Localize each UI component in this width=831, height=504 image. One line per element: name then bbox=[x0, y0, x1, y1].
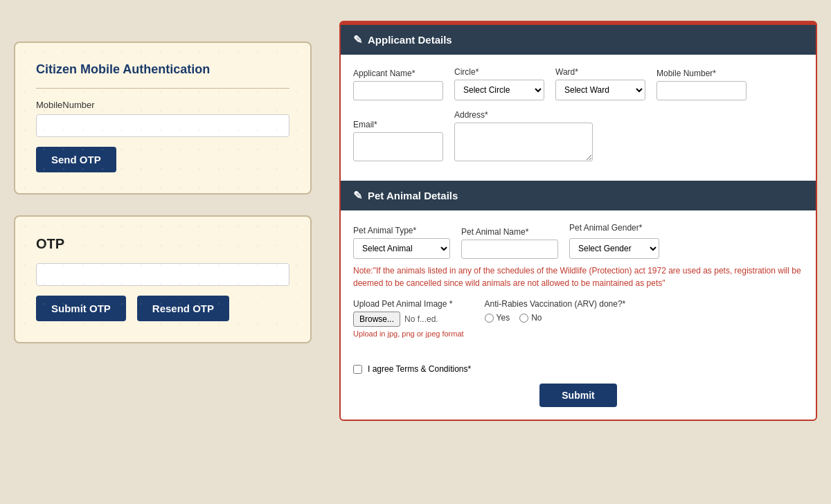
applicant-edit-icon: ✎ bbox=[353, 33, 362, 46]
pet-section-body: Pet Animal Type* Select Animal Dog Cat R… bbox=[341, 210, 816, 357]
auth-card-title: Citizen Mobile Authentication bbox=[36, 62, 289, 77]
email-group: Email* bbox=[353, 120, 443, 161]
applicant-section-header: ✎ Applicant Details bbox=[341, 25, 816, 55]
upload-hint: Upload in jpg, png or jpeg format bbox=[353, 330, 464, 338]
right-panel: ✎ Applicant Details Applicant Name* Circ… bbox=[339, 21, 817, 421]
mobile-number-input[interactable] bbox=[656, 81, 747, 100]
pet-edit-icon: ✎ bbox=[353, 189, 362, 202]
submit-button[interactable]: Submit bbox=[539, 384, 616, 407]
upload-group: Upload Pet Animal Image * Browse... No f… bbox=[353, 299, 464, 338]
email-input[interactable] bbox=[353, 132, 443, 161]
pet-type-group: Pet Animal Type* Select Animal Dog Cat R… bbox=[353, 226, 450, 259]
terms-row: I agree Terms & Conditions* bbox=[341, 357, 816, 374]
arv-yes-radio[interactable] bbox=[485, 314, 494, 323]
mobile-number-label: Mobile Number* bbox=[656, 69, 747, 78]
applicant-section-title: Applicant Details bbox=[368, 34, 452, 46]
left-panel: Citizen Mobile Authentication MobileNumb… bbox=[14, 42, 312, 343]
otp-input[interactable] bbox=[36, 263, 289, 286]
wildlife-note: Note:"If the animals listed in any of th… bbox=[353, 264, 803, 289]
applicant-section-body: Applicant Name* Circle* Select Circle Ci… bbox=[341, 55, 816, 181]
pet-type-select[interactable]: Select Animal Dog Cat Rabbit Parrot bbox=[353, 238, 450, 259]
circle-group: Circle* Select Circle Circle 1 Circle 2 … bbox=[454, 67, 544, 100]
mobile-input[interactable] bbox=[36, 114, 289, 137]
pet-row-1: Pet Animal Type* Select Animal Dog Cat R… bbox=[353, 223, 803, 259]
resend-otp-button[interactable]: Resend OTP bbox=[137, 296, 229, 321]
terms-label: I agree Terms & Conditions* bbox=[368, 364, 471, 374]
pet-name-input[interactable] bbox=[461, 240, 558, 259]
pet-gender-select[interactable]: Select Gender Male Female bbox=[569, 238, 659, 259]
email-label: Email* bbox=[353, 120, 443, 129]
address-group: Address* bbox=[454, 110, 593, 161]
pet-gender-group: Pet Animal Gender* Select Gender Male Fe… bbox=[569, 223, 659, 259]
pet-name-label: Pet Animal Name* bbox=[461, 227, 558, 237]
circle-select[interactable]: Select Circle Circle 1 Circle 2 Circle 3 bbox=[454, 80, 544, 100]
auth-card: Citizen Mobile Authentication MobileNumb… bbox=[14, 42, 312, 195]
send-otp-button[interactable]: Send OTP bbox=[36, 147, 116, 172]
terms-checkbox[interactable] bbox=[353, 365, 362, 374]
applicant-row-1: Applicant Name* Circle* Select Circle Ci… bbox=[353, 67, 803, 100]
ward-group: Ward* Select Ward Ward 1 Ward 2 Ward 3 bbox=[555, 67, 645, 100]
otp-card-title: OTP bbox=[36, 236, 289, 252]
pet-gender-label: Pet Animal Gender* bbox=[569, 223, 659, 233]
arv-no-radio[interactable] bbox=[519, 314, 528, 323]
file-name-display: No f...ed. bbox=[404, 314, 438, 324]
pet-section-title: Pet Animal Details bbox=[368, 190, 458, 201]
ward-label: Ward* bbox=[555, 67, 645, 77]
arv-no-text: No bbox=[531, 313, 542, 323]
arv-yes-text: Yes bbox=[497, 313, 510, 323]
browse-button[interactable]: Browse... bbox=[353, 312, 400, 327]
ward-select[interactable]: Select Ward Ward 1 Ward 2 Ward 3 bbox=[555, 80, 645, 100]
file-input-row: Browse... No f...ed. bbox=[353, 312, 464, 327]
applicant-row-2: Email* Address* bbox=[353, 110, 803, 161]
applicant-name-label: Applicant Name* bbox=[353, 69, 443, 78]
address-label: Address* bbox=[454, 110, 593, 120]
submit-otp-button[interactable]: Submit OTP bbox=[36, 296, 126, 321]
address-textarea[interactable] bbox=[454, 123, 593, 161]
otp-card: OTP Submit OTP Resend OTP bbox=[14, 215, 312, 343]
applicant-name-group: Applicant Name* bbox=[353, 69, 443, 100]
arv-yes-label[interactable]: Yes bbox=[485, 313, 510, 323]
arv-label: Anti-Rabies Vaccination (ARV) done?* bbox=[485, 299, 626, 309]
arv-radio-row: Yes No bbox=[485, 313, 626, 325]
circle-label: Circle* bbox=[454, 67, 544, 77]
pet-name-group: Pet Animal Name* bbox=[461, 227, 558, 259]
applicant-name-input[interactable] bbox=[353, 81, 443, 100]
mobile-label: MobileNumber bbox=[36, 100, 289, 110]
otp-btn-row: Submit OTP Resend OTP bbox=[36, 296, 289, 321]
upload-label: Upload Pet Animal Image * bbox=[353, 299, 464, 309]
pet-type-label: Pet Animal Type* bbox=[353, 226, 450, 235]
pet-section-header: ✎ Pet Animal Details bbox=[341, 181, 816, 210]
upload-arv-row: Upload Pet Animal Image * Browse... No f… bbox=[353, 299, 803, 338]
mobile-number-group: Mobile Number* bbox=[656, 69, 747, 100]
submit-row: Submit bbox=[341, 374, 816, 420]
arv-no-label[interactable]: No bbox=[519, 313, 542, 323]
arv-group: Anti-Rabies Vaccination (ARV) done?* Yes… bbox=[485, 299, 626, 325]
